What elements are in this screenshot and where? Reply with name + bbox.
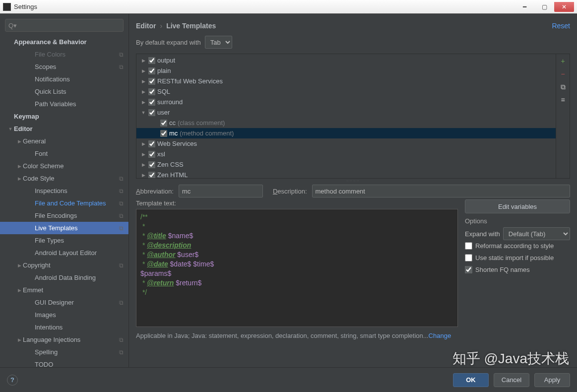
template-checkbox[interactable] (148, 78, 155, 85)
chevron-right-icon: › (160, 22, 162, 30)
template-item-restful-web-services[interactable]: ▶RESTful Web Services (136, 76, 556, 86)
sidebar-item-todo[interactable]: TODO (0, 358, 128, 367)
maximize-button[interactable]: ▢ (534, 2, 554, 12)
template-checkbox[interactable] (148, 151, 155, 158)
apply-button[interactable]: Apply (534, 373, 570, 387)
sidebar-item-label: Android Data Binding (35, 274, 128, 281)
cancel-button[interactable]: Cancel (494, 373, 529, 387)
reset-link[interactable]: Reset (552, 22, 570, 30)
reformat-checkbox[interactable] (465, 242, 472, 250)
template-checkbox[interactable] (148, 99, 155, 106)
expand-with-select[interactable]: Default (Tab) (503, 227, 570, 240)
ok-button[interactable]: OK (453, 373, 489, 387)
template-checkbox[interactable] (148, 57, 155, 64)
template-checkbox[interactable] (148, 67, 155, 74)
template-checkbox[interactable] (160, 120, 167, 127)
sidebar-item-file-and-code-templates[interactable]: File and Code Templates⧉ (0, 197, 128, 209)
copy-icon: ⧉ (119, 262, 124, 269)
sidebar-item-path-variables[interactable]: Path Variables (0, 98, 128, 110)
applicable-text: Applicable in Java; Java: statement, exp… (136, 327, 570, 339)
template-toolbar: + − ⧉ ≡ (556, 54, 570, 178)
breadcrumb-root[interactable]: Editor (136, 22, 156, 30)
help-button[interactable]: ? (7, 375, 18, 386)
template-item-plain[interactable]: ▶plain (136, 65, 556, 76)
template-item-cc[interactable]: cc (class comment) (136, 118, 556, 128)
sidebar-item-keymap[interactable]: Keymap (0, 110, 128, 123)
template-item-web-services[interactable]: ▶Web Services (136, 138, 556, 149)
desc-input[interactable] (312, 185, 570, 197)
template-checkbox[interactable] (160, 130, 167, 137)
sidebar-item-language-injections[interactable]: ▶Language Injections⧉ (0, 333, 128, 346)
breadcrumb: Editor › Live Templates Reset (136, 19, 570, 33)
template-label: output (157, 57, 175, 64)
remove-icon[interactable]: − (559, 70, 567, 78)
sidebar-item-file-encodings[interactable]: File Encodings⧉ (0, 209, 128, 222)
template-checkbox[interactable] (148, 140, 155, 147)
chevron-icon: ▶ (140, 89, 146, 94)
edit-variables-button[interactable]: Edit variables (465, 199, 570, 213)
template-checkbox[interactable] (148, 161, 155, 168)
template-checkbox[interactable] (148, 109, 155, 116)
sidebar-item-copyright[interactable]: ▶Copyright⧉ (0, 259, 128, 271)
change-link[interactable]: Change (429, 332, 451, 339)
sidebar-item-spelling[interactable]: Spelling⧉ (0, 346, 128, 358)
settings-tree[interactable]: Appearance & BehaviorFile Colors⧉Scopes⧉… (0, 34, 128, 367)
sidebar-item-notifications[interactable]: Notifications (0, 73, 128, 85)
settings-sidebar: Q▾ Appearance & BehaviorFile Colors⧉Scop… (0, 14, 129, 367)
chevron-icon: ▶ (140, 68, 146, 73)
template-text-editor[interactable]: /** * * @title $name$ * @description * @… (136, 209, 458, 327)
static-import-checkbox[interactable] (465, 254, 472, 261)
expand-select[interactable]: Tab (205, 36, 232, 49)
search-input[interactable]: Q▾ (5, 19, 124, 32)
sidebar-item-intentions[interactable]: Intentions (0, 321, 128, 333)
copy-icon: ⧉ (119, 188, 124, 195)
sidebar-item-emmet[interactable]: ▶Emmet (0, 284, 128, 296)
sidebar-item-android-data-binding[interactable]: Android Data Binding (0, 271, 128, 284)
sidebar-item-label: Scopes (35, 63, 119, 70)
template-list[interactable]: ▶output▶plain▶RESTful Web Services▶SQL▶s… (136, 54, 556, 178)
sidebar-item-live-templates[interactable]: Live Templates⧉ (0, 222, 128, 234)
template-label: plain (157, 67, 171, 74)
template-item-output[interactable]: ▶output (136, 55, 556, 65)
chevron-icon: ▼ (7, 127, 14, 131)
splitter[interactable]: ┄┄┄┄ (136, 179, 570, 183)
add-icon[interactable]: + (559, 57, 567, 65)
expand-all-icon[interactable]: ≡ (559, 96, 567, 104)
sidebar-item-color-scheme[interactable]: ▶Color Scheme (0, 160, 128, 172)
sidebar-item-scopes[interactable]: Scopes⧉ (0, 61, 128, 73)
sidebar-item-gui-designer[interactable]: GUI Designer⧉ (0, 296, 128, 309)
sidebar-item-inspections[interactable]: Inspections⧉ (0, 185, 128, 197)
reformat-label: Reformat according to style (475, 242, 554, 250)
minimize-button[interactable]: ━ (514, 2, 534, 12)
sidebar-item-file-types[interactable]: File Types (0, 234, 128, 247)
template-checkbox[interactable] (148, 172, 155, 179)
template-item-sql[interactable]: ▶SQL (136, 86, 556, 97)
sidebar-item-editor[interactable]: ▼Editor (0, 123, 128, 135)
sidebar-item-font[interactable]: Font (0, 147, 128, 160)
abbrev-input[interactable] (179, 185, 263, 197)
template-item-zen-css[interactable]: ▶Zen CSS (136, 159, 556, 170)
template-item-user[interactable]: ▼user (136, 107, 556, 118)
shorten-fq-checkbox[interactable] (465, 266, 472, 273)
sidebar-item-code-style[interactable]: ▶Code Style⧉ (0, 172, 128, 185)
search-icon: Q▾ (8, 22, 17, 29)
chevron-icon: ▶ (140, 152, 146, 157)
close-button[interactable]: ✕ (554, 2, 574, 12)
copy-icon: ⧉ (119, 64, 124, 70)
sidebar-item-images[interactable]: Images (0, 309, 128, 321)
sidebar-item-label: Notifications (35, 75, 128, 83)
template-item-mc[interactable]: mc (method comment) (136, 128, 556, 138)
template-item-xsl[interactable]: ▶xsl (136, 149, 556, 159)
sidebar-item-quick-lists[interactable]: Quick Lists (0, 85, 128, 98)
template-checkbox[interactable] (148, 88, 155, 95)
template-item-zen-html[interactable]: ▶Zen HTML (136, 170, 556, 178)
app-icon (3, 3, 11, 11)
template-item-surround[interactable]: ▶surround (136, 97, 556, 107)
sidebar-item-label: Copyright (23, 261, 119, 269)
sidebar-item-general[interactable]: ▶General (0, 135, 128, 147)
sidebar-item-file-colors[interactable]: File Colors⧉ (0, 48, 128, 61)
copy-icon[interactable]: ⧉ (559, 83, 567, 91)
sidebar-item-android-layout-editor[interactable]: Android Layout Editor (0, 247, 128, 259)
copy-icon: ⧉ (119, 212, 124, 219)
sidebar-item-appearance-behavior[interactable]: Appearance & Behavior (0, 36, 128, 48)
